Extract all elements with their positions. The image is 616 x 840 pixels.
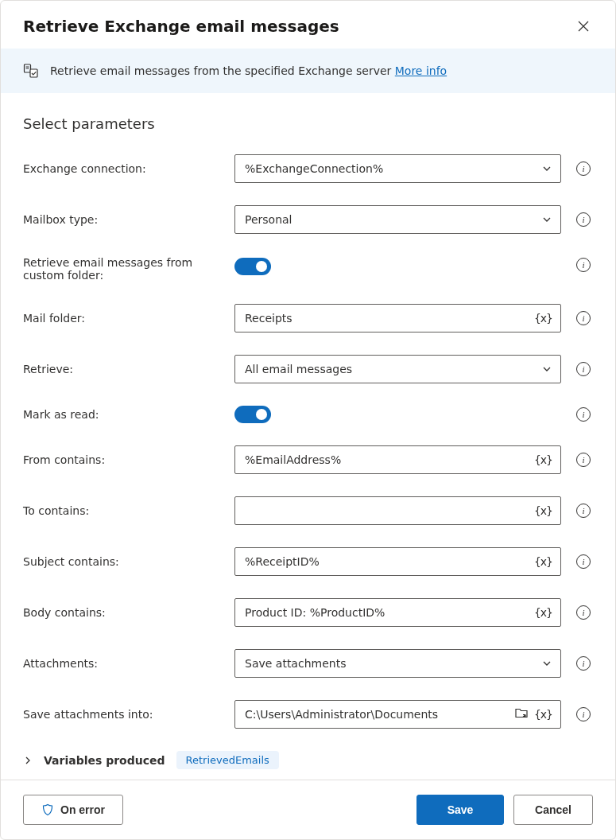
mark-as-read-toggle[interactable] xyxy=(234,406,271,423)
custom-folder-toggle[interactable] xyxy=(234,258,271,275)
retrieve-dropdown[interactable]: All email messages xyxy=(234,355,561,383)
body-contains-input[interactable]: Product ID: %ProductID% {x} xyxy=(234,598,561,627)
subject-contains-input[interactable]: %ReceiptID% {x} xyxy=(234,547,561,576)
label-custom-folder: Retrieve email messages from custom fold… xyxy=(23,256,222,282)
label-save-into: Save attachments into: xyxy=(23,708,222,721)
chevron-down-icon xyxy=(541,658,552,669)
variable-picker-icon[interactable]: {x} xyxy=(534,555,552,568)
row-subject-contains: Subject contains: %ReceiptID% {x} i xyxy=(23,547,593,576)
row-custom-folder: Retrieve email messages from custom fold… xyxy=(23,256,593,282)
variable-picker-icon[interactable]: {x} xyxy=(534,504,552,517)
label-exchange-connection: Exchange connection: xyxy=(23,162,222,175)
info-icon[interactable]: i xyxy=(576,707,591,721)
row-exchange-connection: Exchange connection: %ExchangeConnection… xyxy=(23,154,593,183)
info-text: Retrieve email messages from the specifi… xyxy=(50,64,447,77)
info-icon[interactable]: i xyxy=(576,453,591,467)
more-info-link[interactable]: More info xyxy=(395,64,447,77)
dialog: Retrieve Exchange email messages Retriev… xyxy=(0,0,616,840)
close-button[interactable] xyxy=(574,17,593,36)
mailbox-type-value: Personal xyxy=(245,213,293,226)
label-retrieve: Retrieve: xyxy=(23,363,222,375)
info-bar: Retrieve email messages from the specifi… xyxy=(1,49,615,93)
from-contains-input[interactable]: %EmailAddress% {x} xyxy=(234,445,561,474)
label-attachments: Attachments: xyxy=(23,657,222,670)
info-icon[interactable]: i xyxy=(576,605,591,620)
row-save-into: Save attachments into: C:\Users\Administ… xyxy=(23,700,593,729)
on-error-button[interactable]: On error xyxy=(23,795,123,825)
row-mark-as-read: Mark as read: i xyxy=(23,406,593,423)
on-error-label: On error xyxy=(60,803,105,816)
save-label: Save xyxy=(447,803,474,816)
row-to-contains: To contains: {x} i xyxy=(23,496,593,525)
from-contains-value: %EmailAddress% xyxy=(245,453,341,466)
save-into-value: C:\Users\Administrator\Documents xyxy=(245,708,438,721)
chevron-down-icon xyxy=(541,364,552,375)
exchange-connection-value: %ExchangeConnection% xyxy=(245,162,383,175)
dialog-footer: On error Save Cancel xyxy=(1,780,615,839)
row-mailbox-type: Mailbox type: Personal i xyxy=(23,205,593,234)
variable-picker-icon[interactable]: {x} xyxy=(534,312,552,325)
chevron-right-icon xyxy=(23,756,33,765)
row-body-contains: Body contains: Product ID: %ProductID% {… xyxy=(23,598,593,627)
attachments-value: Save attachments xyxy=(245,657,346,670)
action-icon xyxy=(23,63,39,79)
label-to-contains: To contains: xyxy=(23,504,222,517)
variables-produced-label: Variables produced xyxy=(44,754,165,767)
dialog-title: Retrieve Exchange email messages xyxy=(23,17,339,36)
variable-picker-icon[interactable]: {x} xyxy=(534,708,552,721)
mailbox-type-dropdown[interactable]: Personal xyxy=(234,205,561,234)
attachments-dropdown[interactable]: Save attachments xyxy=(234,649,561,678)
save-button[interactable]: Save xyxy=(416,795,504,825)
info-icon[interactable]: i xyxy=(576,258,591,272)
info-icon[interactable]: i xyxy=(576,212,591,227)
cancel-button[interactable]: Cancel xyxy=(513,795,593,825)
variable-picker-icon[interactable]: {x} xyxy=(534,606,552,619)
chevron-down-icon xyxy=(541,214,552,225)
body-contains-value: Product ID: %ProductID% xyxy=(245,606,385,619)
save-into-input[interactable]: C:\Users\Administrator\Documents {x} xyxy=(234,700,561,729)
label-mark-as-read: Mark as read: xyxy=(23,408,222,421)
mail-folder-value: Receipts xyxy=(245,312,293,325)
label-subject-contains: Subject contains: xyxy=(23,555,222,568)
row-retrieve: Retrieve: All email messages i xyxy=(23,355,593,383)
section-title: Select parameters xyxy=(23,115,593,132)
row-mail-folder: Mail folder: Receipts {x} i xyxy=(23,304,593,332)
info-icon[interactable]: i xyxy=(576,407,591,422)
info-text-content: Retrieve email messages from the specifi… xyxy=(50,64,395,77)
info-icon[interactable]: i xyxy=(576,554,591,569)
folder-browse-icon[interactable] xyxy=(514,706,529,723)
shield-icon xyxy=(41,803,54,816)
variable-picker-icon[interactable]: {x} xyxy=(534,453,552,466)
label-from-contains: From contains: xyxy=(23,453,222,466)
chevron-down-icon xyxy=(541,163,552,174)
variables-produced[interactable]: Variables produced RetrievedEmails xyxy=(23,751,593,769)
row-attachments: Attachments: Save attachments i xyxy=(23,649,593,678)
info-icon[interactable]: i xyxy=(576,362,591,376)
info-icon[interactable]: i xyxy=(576,311,591,325)
cancel-label: Cancel xyxy=(535,803,571,816)
info-icon[interactable]: i xyxy=(576,504,591,518)
variable-badge[interactable]: RetrievedEmails xyxy=(176,751,279,769)
to-contains-input[interactable]: {x} xyxy=(234,496,561,525)
info-icon[interactable]: i xyxy=(576,161,591,176)
svg-rect-1 xyxy=(30,69,37,77)
label-mail-folder: Mail folder: xyxy=(23,312,222,325)
subject-contains-value: %ReceiptID% xyxy=(245,555,320,568)
row-from-contains: From contains: %EmailAddress% {x} i xyxy=(23,445,593,474)
info-icon[interactable]: i xyxy=(576,656,591,671)
close-icon xyxy=(577,20,590,33)
dialog-header: Retrieve Exchange email messages xyxy=(1,1,615,49)
retrieve-value: All email messages xyxy=(245,363,352,375)
dialog-body: Select parameters Exchange connection: %… xyxy=(1,93,615,780)
mail-folder-input[interactable]: Receipts {x} xyxy=(234,304,561,332)
label-body-contains: Body contains: xyxy=(23,606,222,619)
exchange-connection-dropdown[interactable]: %ExchangeConnection% xyxy=(234,154,561,183)
label-mailbox-type: Mailbox type: xyxy=(23,213,222,226)
